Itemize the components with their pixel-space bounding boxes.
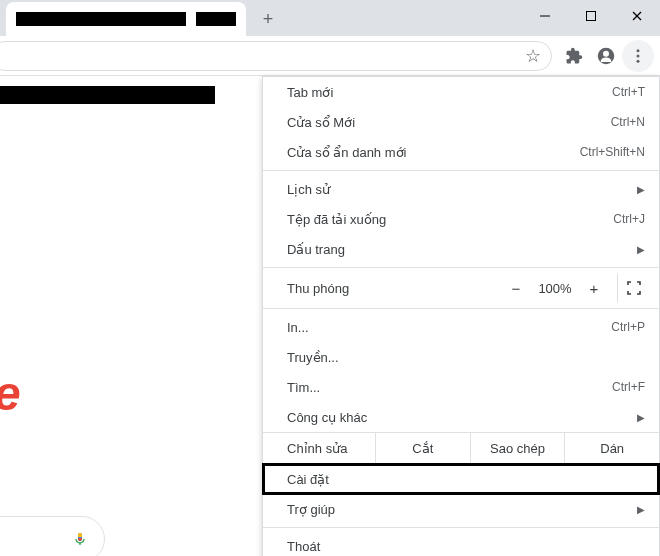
menu-separator — [263, 308, 659, 309]
edit-copy-button[interactable]: Sao chép — [470, 433, 565, 463]
menu-label: Cài đặt — [287, 472, 645, 487]
svg-rect-1 — [587, 12, 596, 21]
zoom-out-button[interactable]: − — [501, 280, 531, 297]
menu-label: Cửa sổ Mới — [287, 115, 611, 130]
edit-cut-button[interactable]: Cắt — [375, 433, 470, 463]
menu-shortcut: Ctrl+T — [612, 85, 645, 99]
tab-title-redacted — [16, 12, 186, 26]
menu-item-incognito[interactable]: Cửa sổ ẩn danh mới Ctrl+Shift+N — [263, 137, 659, 167]
menu-separator — [263, 267, 659, 268]
menu-item-bookmarks[interactable]: Dấu trang ▶ — [263, 234, 659, 264]
logo-fragment: e — [0, 366, 21, 421]
menu-separator — [263, 527, 659, 528]
menu-label: Dấu trang — [287, 242, 629, 257]
menu-label: Truyền... — [287, 350, 645, 365]
menu-item-settings[interactable]: Cài đặt — [263, 464, 659, 494]
maximize-button[interactable] — [568, 0, 614, 32]
menu-shortcut: Ctrl+F — [612, 380, 645, 394]
svg-point-7 — [637, 54, 640, 57]
menu-item-more-tools[interactable]: Công cụ khác ▶ — [263, 402, 659, 432]
microphone-icon[interactable] — [72, 528, 88, 550]
submenu-arrow-icon: ▶ — [637, 412, 645, 423]
menu-label: In... — [287, 320, 611, 335]
new-tab-button[interactable]: + — [254, 5, 282, 33]
tab-title-redacted-2 — [196, 12, 236, 26]
edit-paste-button[interactable]: Dán — [564, 433, 659, 463]
svg-point-5 — [603, 50, 609, 56]
browser-tab[interactable] — [6, 2, 246, 36]
menu-item-zoom: Thu phóng − 100% + — [263, 271, 659, 305]
menu-separator — [263, 170, 659, 171]
menu-label: Chỉnh sửa — [263, 441, 375, 456]
menu-label: Tệp đã tải xuống — [287, 212, 613, 227]
search-bar-fragment[interactable] — [0, 516, 105, 556]
menu-item-exit[interactable]: Thoát — [263, 531, 659, 556]
submenu-arrow-icon: ▶ — [637, 244, 645, 255]
fullscreen-button[interactable] — [617, 274, 649, 302]
window-controls — [522, 0, 660, 32]
close-button[interactable] — [614, 0, 660, 32]
menu-label: Công cụ khác — [287, 410, 629, 425]
menu-label: Lịch sử — [287, 182, 629, 197]
svg-point-6 — [637, 49, 640, 52]
menu-item-find[interactable]: Tìm... Ctrl+F — [263, 372, 659, 402]
profile-avatar-icon[interactable] — [590, 40, 622, 72]
minimize-button[interactable] — [522, 0, 568, 32]
fullscreen-icon — [627, 281, 641, 295]
zoom-value: 100% — [531, 281, 579, 296]
menu-shortcut: Ctrl+J — [613, 212, 645, 226]
submenu-arrow-icon: ▶ — [637, 184, 645, 195]
extensions-icon[interactable] — [558, 40, 590, 72]
chrome-main-menu: Tab mới Ctrl+T Cửa sổ Mới Ctrl+N Cửa sổ … — [262, 76, 660, 556]
menu-label: Trợ giúp — [287, 502, 629, 517]
menu-shortcut: Ctrl+N — [611, 115, 645, 129]
browser-toolbar: ☆ — [0, 36, 660, 76]
menu-label: Tab mới — [287, 85, 612, 100]
menu-label: Thu phóng — [287, 281, 501, 296]
menu-shortcut: Ctrl+P — [611, 320, 645, 334]
menu-label: Cửa sổ ẩn danh mới — [287, 145, 580, 160]
menu-item-help[interactable]: Trợ giúp ▶ — [263, 494, 659, 524]
kebab-menu-icon[interactable] — [622, 40, 654, 72]
menu-item-history[interactable]: Lịch sử ▶ — [263, 174, 659, 204]
menu-item-cast[interactable]: Truyền... — [263, 342, 659, 372]
submenu-arrow-icon: ▶ — [637, 504, 645, 515]
menu-edit-row: Chỉnh sửa Cắt Sao chép Dán — [263, 432, 659, 464]
menu-item-downloads[interactable]: Tệp đã tải xuống Ctrl+J — [263, 204, 659, 234]
address-bar[interactable]: ☆ — [0, 41, 552, 71]
menu-item-print[interactable]: In... Ctrl+P — [263, 312, 659, 342]
bookmark-star-icon[interactable]: ☆ — [525, 45, 541, 67]
menu-label: Tìm... — [287, 380, 612, 395]
window-titlebar: + — [0, 0, 660, 36]
menu-label: Thoát — [287, 539, 645, 554]
svg-point-8 — [637, 59, 640, 62]
zoom-in-button[interactable]: + — [579, 280, 609, 297]
menu-shortcut: Ctrl+Shift+N — [580, 145, 645, 159]
page-header-redacted — [0, 86, 215, 104]
menu-item-new-tab[interactable]: Tab mới Ctrl+T — [263, 77, 659, 107]
menu-item-new-window[interactable]: Cửa sổ Mới Ctrl+N — [263, 107, 659, 137]
